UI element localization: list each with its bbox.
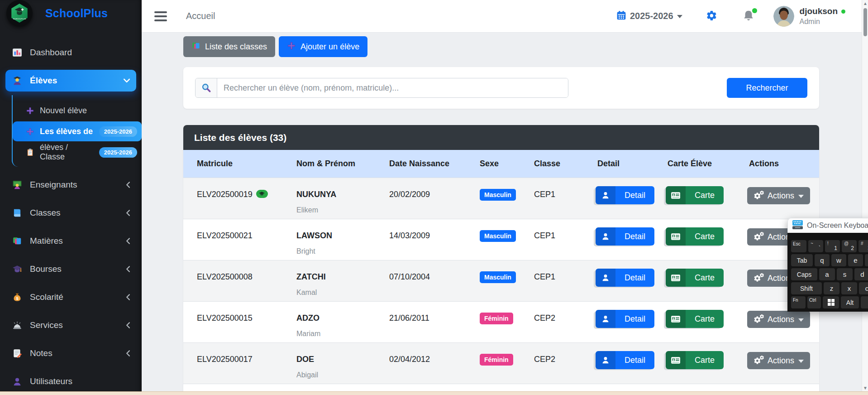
osk-key[interactable]: e	[848, 254, 863, 266]
submenu-item[interactable]: Nouvel élève	[13, 101, 142, 120]
brand-name: SchoolPlus	[45, 7, 108, 20]
detail-button[interactable]: Detail	[596, 351, 654, 369]
school-year-selector[interactable]: 2025-2026	[616, 10, 682, 22]
sexe-badge: Féminin	[480, 354, 513, 366]
book-icon	[12, 207, 23, 218]
sidebar-item-book[interactable]: Classes	[5, 202, 136, 224]
add-student-button[interactable]: Ajouter un élève	[279, 36, 367, 57]
list-classes-button[interactable]: Liste des classes	[183, 36, 275, 57]
osk-key[interactable]: r	[865, 254, 868, 266]
actions-dropdown-button[interactable]: Actions	[747, 352, 810, 369]
actions-dropdown-button[interactable]: Actions	[747, 311, 810, 328]
gears-icon	[754, 315, 763, 324]
chevron-left-icon	[126, 182, 130, 188]
scrollbar-thumb[interactable]	[863, 8, 867, 36]
osk-space-key[interactable]	[861, 296, 868, 308]
osk-key[interactable]: s	[837, 268, 853, 280]
carte-button[interactable]: Carte	[666, 269, 724, 287]
chevron-left-icon	[126, 266, 130, 272]
sidebar-item-dashboard[interactable]: Dashboard	[5, 42, 136, 63]
sidebar-item-bellhop[interactable]: Services	[5, 314, 136, 336]
subjects-icon	[12, 236, 23, 246]
on-screen-keyboard-window[interactable]: On-Screen Keyboard Esc~`!1@2#3$4%5Tabqwe…	[787, 218, 868, 312]
osk-key[interactable]: Fn	[791, 296, 806, 308]
sidebar-item-note[interactable]: Notes	[5, 342, 136, 364]
id-card-icon	[666, 351, 686, 369]
submenu-item-label: élèves / Classe	[40, 143, 94, 162]
osk-key[interactable]: x	[841, 282, 857, 294]
brand[interactable]: SCHOOLPLUS SchoolPlus	[0, 0, 142, 26]
sidebar-item-moneybag[interactable]: $Scolarité	[5, 286, 136, 308]
plus-icon	[25, 127, 34, 136]
hamburger-menu-button[interactable]	[154, 11, 168, 21]
osk-key[interactable]: d	[854, 268, 868, 280]
osk-key[interactable]: ~`	[808, 240, 823, 252]
carte-button[interactable]: Carte	[666, 351, 724, 369]
osk-key[interactable]: #3	[858, 240, 868, 252]
page-scrollbar[interactable]: ▲ ▼	[862, 0, 868, 395]
osk-key[interactable]: Tab	[791, 254, 813, 266]
osk-key[interactable]: c	[859, 282, 868, 294]
sidebar-item-student[interactable]: Élèves	[5, 70, 136, 92]
caret-down-icon	[798, 360, 804, 363]
student-firstname: Mariam	[296, 330, 376, 338]
chevron-left-icon	[126, 350, 130, 356]
person-icon	[596, 227, 615, 246]
osk-key[interactable]: Esc	[791, 240, 806, 252]
classe-cell: CEP1	[520, 178, 584, 219]
osk-key[interactable]: !1	[825, 240, 840, 252]
chevron-left-icon	[126, 294, 130, 300]
person-icon	[596, 269, 615, 287]
detail-button[interactable]: Detail	[596, 269, 654, 287]
carte-button[interactable]: Carte	[666, 310, 724, 328]
sidebar-item-teacher[interactable]: Enseignants	[5, 174, 136, 196]
osk-key[interactable]: q	[815, 254, 830, 266]
scroll-down-icon[interactable]: ▼	[862, 385, 868, 390]
sidebar-item-subjects[interactable]: Matières	[5, 230, 136, 252]
osk-key[interactable]: Alt	[841, 296, 859, 308]
notifications-button[interactable]	[743, 10, 754, 23]
table-body: ELV202500019NUKUNYAElikem20/02/2009Mascu…	[183, 178, 819, 395]
osk-key[interactable]: Shift	[791, 282, 822, 294]
detail-button[interactable]: Detail	[596, 227, 654, 246]
plus-icon	[25, 106, 34, 115]
user-menu[interactable]: djoukson Admin	[773, 6, 845, 27]
student-firstname: Elikem	[296, 206, 376, 214]
settings-button[interactable]	[706, 10, 717, 23]
osk-key[interactable]: Ctrl	[807, 296, 821, 308]
carte-button[interactable]: Carte	[666, 186, 724, 204]
table-row: ELV202500015ADZOMariam21/06/2011FémininC…	[183, 301, 819, 342]
matricule-value: ELV202500017	[197, 355, 253, 364]
svg-text:$: $	[16, 296, 19, 301]
osk-key[interactable]: Caps	[791, 268, 817, 280]
osk-key[interactable]: w	[831, 254, 846, 266]
submenu-item[interactable]: Les élèves de2025-2026	[13, 121, 142, 141]
scroll-up-icon[interactable]: ▲	[862, 1, 868, 6]
student-lastname: LAWSON	[296, 231, 376, 241]
search-button[interactable]: Rechercher	[727, 78, 807, 98]
student-lastname: DOE	[296, 355, 376, 364]
actions-dropdown-button[interactable]: Actions	[747, 187, 810, 204]
sidebar-item-label: Dashboard	[30, 48, 72, 58]
sidebar-item-gradcap[interactable]: Bourses	[5, 258, 136, 280]
sexe-cell: Masculin	[466, 178, 520, 219]
matricule-value: ELV202500019	[197, 190, 253, 199]
osk-key[interactable]: @2	[842, 240, 857, 252]
table-row: ELV202500017DOEAbigail02/04/2012FémininC…	[183, 342, 819, 384]
osk-key[interactable]: z	[824, 282, 839, 294]
sidebar-item-label: Classes	[30, 208, 61, 218]
search-input[interactable]	[217, 78, 568, 97]
submenu-item[interactable]: élèves / Classe2025-2026	[13, 142, 142, 162]
sexe-cell: Masculin	[466, 260, 520, 301]
osk-win-key[interactable]	[823, 296, 839, 308]
detail-button[interactable]: Detail	[596, 310, 654, 328]
detail-button[interactable]: Detail	[596, 186, 654, 204]
id-card-icon	[666, 269, 686, 287]
calendar-icon	[616, 10, 626, 22]
breadcrumb[interactable]: Accueil	[186, 11, 215, 21]
carte-button[interactable]: Carte	[666, 227, 724, 246]
osk-key[interactable]: a	[819, 268, 835, 280]
gears-icon	[754, 356, 763, 365]
osk-title-bar[interactable]: On-Screen Keyboard	[787, 218, 868, 233]
sidebar-item-user[interactable]: Utilisateurs	[5, 371, 136, 392]
